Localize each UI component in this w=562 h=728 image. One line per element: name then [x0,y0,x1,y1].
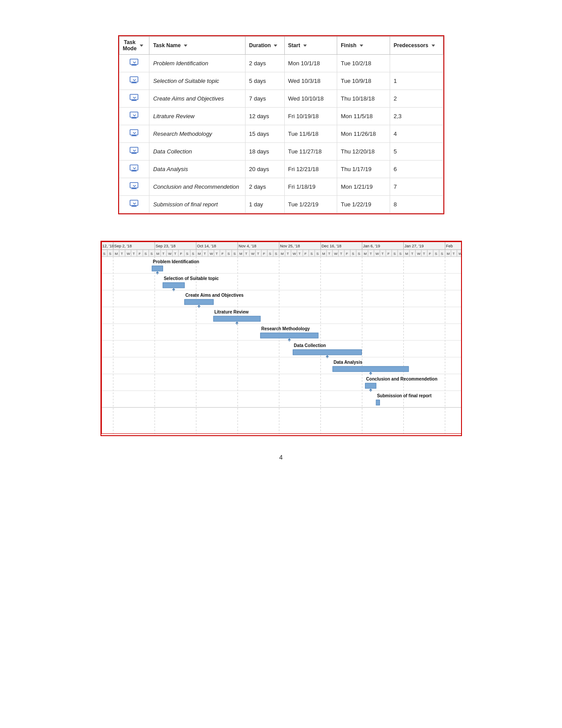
finish-cell: Thu 12/20/18 [337,143,390,161]
svg-text:S: S [357,252,360,256]
task-table-container: TaskMode Task Name Duration [118,35,444,214]
svg-rect-205 [293,350,361,355]
svg-text:S: S [316,252,318,256]
predecessors-cell: 1 [390,72,443,90]
page-number: 4 [35,454,527,461]
gantt-chart-svg: 12, '18Sep 2, '18Sep 23, '18Oct 14, '18N… [101,242,461,434]
col-sort-arrow-task-name [184,45,187,47]
svg-text:S: S [192,252,194,256]
table-row: Selection of Suitable topic5 daysWed 10/… [119,72,443,90]
svg-text:S: S [150,252,153,256]
svg-text:M: M [115,252,118,256]
col-sort-arrow-duration [274,45,277,47]
svg-text:M: M [156,252,159,256]
predecessors-cell: 2,3 [390,108,443,125]
predecessors-cell: 5 [390,143,443,161]
svg-text:Sep 2, '18: Sep 2, '18 [114,244,131,248]
svg-text:Jan 6, '19: Jan 6, '19 [363,244,380,248]
finish-cell: Thu 1/17/19 [337,161,390,178]
svg-text:12, '18: 12, '18 [102,244,114,248]
svg-text:Create Aims and Objectives: Create Aims and Objectives [185,293,243,298]
svg-text:F: F [263,252,265,256]
svg-text:S: S [310,252,313,256]
svg-text:S: S [103,252,105,256]
svg-rect-3 [130,77,138,82]
table-row: Conclusion and Recommendetion2 daysFri 1… [119,178,443,196]
task-name-cell: Litrature Review [149,108,246,125]
svg-rect-209 [332,366,408,372]
svg-text:M: M [281,252,284,256]
task-mode-icon-cell [119,125,149,143]
svg-text:T: T [121,252,123,256]
svg-text:F: F [304,252,306,256]
table-row: Litrature Review12 daysFri 10/19/18Mon 1… [119,108,443,125]
svg-rect-24 [130,200,138,205]
svg-text:S: S [352,252,354,256]
svg-rect-217 [376,400,380,405]
task-name-cell: Conclusion and Recommendetion [149,178,246,196]
col-header-predecessors[interactable]: Predecessors [390,37,443,55]
col-header-duration[interactable]: Duration [246,37,285,55]
task-mode-icon [129,93,139,104]
col-sort-arrow-task-mode [140,45,143,47]
svg-rect-197 [213,316,261,321]
svg-text:Problem Identification: Problem Identification [153,259,199,264]
svg-text:M: M [405,252,408,256]
svg-text:W: W [209,252,213,256]
predecessors-cell: 4 [390,125,443,143]
table-row: Data Analysis20 daysFri 12/21/18Thu 1/17… [119,161,443,178]
svg-text:F: F [180,252,182,256]
task-mode-icon [129,58,139,68]
svg-text:W: W [376,252,379,256]
col-header-task-mode[interactable]: TaskMode [119,37,149,55]
start-cell: Mon 10/1/18 [284,55,337,72]
svg-text:W: W [251,252,254,256]
col-header-start[interactable]: Start [284,37,337,55]
svg-text:Conclusion and Recommendetion: Conclusion and Recommendetion [366,377,437,381]
table-row: Data Collection18 daysTue 11/27/18Thu 12… [119,143,443,161]
svg-text:Nov 4, '18: Nov 4, '18 [238,244,256,248]
col-sort-arrow-predecessors [432,45,435,47]
svg-text:S: S [440,252,443,256]
col-sort-arrow-finish [360,45,363,47]
svg-text:T: T [298,252,301,256]
svg-text:S: S [275,252,277,256]
svg-text:S: S [227,252,230,256]
task-mode-icon-cell [119,196,149,213]
task-mode-icon [129,146,139,157]
task-mode-icon-cell [119,108,149,125]
finish-cell: Thu 10/18/18 [337,90,390,108]
svg-text:T: T [257,252,259,256]
svg-rect-6 [130,94,138,100]
svg-text:W: W [292,252,296,256]
finish-cell: Mon 11/5/18 [337,108,390,125]
predecessors-cell: 7 [390,178,443,196]
table-row: Create Aims and Objectives7 daysWed 10/1… [119,90,443,108]
col-label-task-name: Task Name [153,42,180,49]
task-mode-icon-cell [119,90,149,108]
svg-text:Data Collection: Data Collection [294,343,326,348]
svg-text:W: W [168,252,171,256]
svg-text:T: T [328,252,330,256]
task-name-cell: Create Aims and Objectives [149,90,246,108]
duration-cell: 20 days [246,161,285,178]
duration-cell: 2 days [246,55,285,72]
svg-text:S: S [233,252,235,256]
svg-text:T: T [132,252,134,256]
start-cell: Fri 1/18/19 [284,178,337,196]
task-name-cell: Data Collection [149,143,246,161]
duration-cell: 7 days [246,90,285,108]
finish-cell: Tue 1/22/19 [337,196,390,213]
task-name-cell: Data Analysis [149,161,246,178]
svg-text:Litrature Review: Litrature Review [214,310,249,314]
start-cell: Wed 10/10/18 [284,90,337,108]
svg-rect-12 [130,130,138,135]
svg-text:S: S [393,252,395,256]
col-header-task-name[interactable]: Task Name [149,37,246,55]
col-header-finish[interactable]: Finish [337,37,390,55]
svg-text:T: T [174,252,176,256]
svg-text:M: M [239,252,242,256]
svg-rect-18 [130,165,138,170]
finish-cell: Mon 11/26/18 [337,125,390,143]
task-mode-icon-cell [119,55,149,72]
